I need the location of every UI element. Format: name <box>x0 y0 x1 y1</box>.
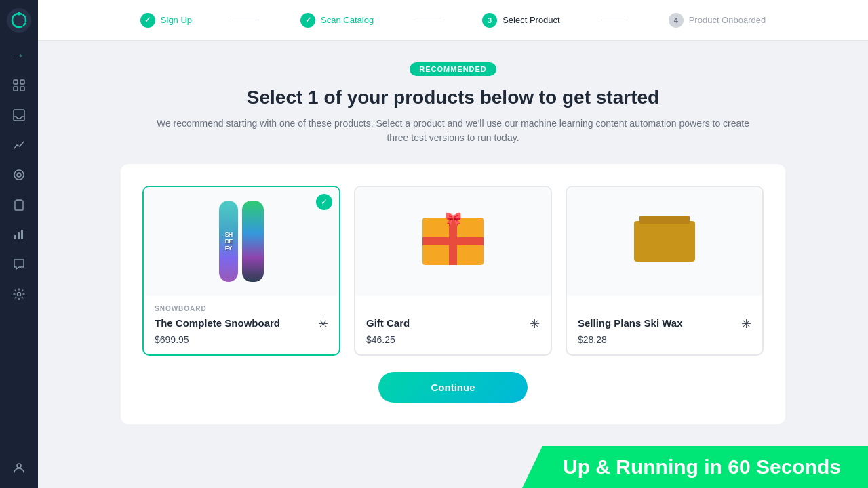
wax-info: Selling Plans Ski Wax ✳ $28.28 <box>567 296 762 354</box>
step-3: 3 Select Product <box>482 13 560 28</box>
product-card-snowboard[interactable]: SHDEFY ✓ SNOWBOARD The Complete Snowboar… <box>142 186 340 356</box>
page-subtitle: We recommend starting with one of these … <box>148 117 758 145</box>
step-connector-1 <box>233 20 260 20</box>
step-4-label: Product Onboarded <box>689 15 766 25</box>
sidebar-user-icon[interactable] <box>7 455 31 480</box>
sidebar-clipboard-icon[interactable] <box>7 192 31 217</box>
step-4: 4 Product Onboarded <box>669 13 766 28</box>
wax-price: $28.28 <box>578 334 751 345</box>
content-area: RECOMMENDED Select 1 of your products be… <box>38 41 868 488</box>
wax-image-wrapper <box>634 221 695 262</box>
gift-image-area: 🎀 <box>355 187 551 296</box>
gift-image: 🎀 <box>422 218 484 265</box>
snowboard-image: SHDEFY <box>219 201 264 282</box>
svg-point-7 <box>14 170 24 180</box>
svg-point-0 <box>7 8 31 33</box>
page-title: Select 1 of your products below to get s… <box>65 87 841 108</box>
step-1-label: Sign Up <box>161 15 192 25</box>
sidebar-settings-icon[interactable] <box>7 282 31 306</box>
step-2: ✓ Scan Catalog <box>300 13 374 28</box>
gift-asterisk-icon: ✳ <box>530 317 540 331</box>
sidebar-chart-icon[interactable] <box>7 133 31 157</box>
step-connector-3 <box>601 20 628 20</box>
svg-point-13 <box>18 293 21 296</box>
snowboard-image-area: SHDEFY ✓ <box>144 187 339 296</box>
svg-point-14 <box>17 464 21 468</box>
svg-rect-2 <box>14 80 18 84</box>
board-1: SHDEFY <box>219 201 238 282</box>
gift-price: $46.25 <box>366 334 540 345</box>
step-3-circle: 3 <box>482 13 497 28</box>
svg-point-1 <box>18 12 21 16</box>
stepper: ✓ Sign Up ✓ Scan Catalog 3 Select Produc… <box>38 0 868 41</box>
step-4-circle: 4 <box>669 13 684 28</box>
snowboard-info: SNOWBOARD The Complete Snowboard ✳ $699.… <box>144 296 339 354</box>
snowboard-name: The Complete Snowboard <box>155 317 280 330</box>
page-header: RECOMMENDED Select 1 of your products be… <box>65 62 841 145</box>
bottom-banner: Up & Running in 60 Seconds <box>522 446 868 488</box>
gift-bow: 🎀 <box>445 211 462 227</box>
step-2-label: Scan Catalog <box>321 15 374 25</box>
wax-category <box>578 305 751 312</box>
step-3-label: Select Product <box>502 15 560 25</box>
sidebar-chat-icon[interactable] <box>7 252 31 277</box>
snowboard-category: SNOWBOARD <box>155 305 328 312</box>
wax-name: Selling Plans Ski Wax <box>578 317 683 330</box>
sidebar: → <box>0 0 38 488</box>
board-2 <box>242 201 264 282</box>
sidebar-grid-icon[interactable] <box>7 73 31 98</box>
continue-button[interactable]: Continue <box>378 372 528 403</box>
sidebar-arrow-icon[interactable]: → <box>7 43 31 68</box>
svg-rect-12 <box>21 230 23 239</box>
svg-rect-4 <box>14 87 18 91</box>
gift-category <box>366 305 540 312</box>
wax-image-area <box>567 187 762 296</box>
selected-check-icon: ✓ <box>316 194 332 210</box>
step-1: ✓ Sign Up <box>140 13 192 28</box>
logo[interactable] <box>7 8 31 33</box>
product-card-wax[interactable]: Selling Plans Ski Wax ✳ $28.28 <box>566 186 764 356</box>
recommended-badge: RECOMMENDED <box>410 62 496 76</box>
step-2-circle: ✓ <box>300 13 315 28</box>
product-card-gift[interactable]: 🎀 Gift Card ✳ $46.25 <box>354 186 552 356</box>
snowboard-price: $699.95 <box>155 334 328 345</box>
wax-asterisk-icon: ✳ <box>741 317 751 331</box>
products-grid: SHDEFY ✓ SNOWBOARD The Complete Snowboar… <box>142 186 764 356</box>
sidebar-analytics-icon[interactable] <box>7 222 31 247</box>
gift-info: Gift Card ✳ $46.25 <box>355 296 551 354</box>
banner-text: Up & Running in 60 Seconds <box>563 455 841 479</box>
sidebar-inbox-icon[interactable] <box>7 103 31 127</box>
snowboard-asterisk-icon: ✳ <box>318 317 328 331</box>
svg-rect-9 <box>15 201 23 210</box>
main-content: ✓ Sign Up ✓ Scan Catalog 3 Select Produc… <box>38 0 868 488</box>
svg-rect-10 <box>14 235 16 239</box>
svg-rect-11 <box>18 232 20 239</box>
step-connector-2 <box>414 20 441 20</box>
gift-name: Gift Card <box>366 317 410 330</box>
wax-image <box>634 221 695 262</box>
step-1-circle: ✓ <box>140 13 155 28</box>
svg-rect-3 <box>20 80 24 84</box>
sidebar-target-icon[interactable] <box>7 163 31 187</box>
svg-point-8 <box>17 173 21 177</box>
product-selection-panel: SHDEFY ✓ SNOWBOARD The Complete Snowboar… <box>121 164 785 424</box>
svg-rect-5 <box>20 87 24 91</box>
